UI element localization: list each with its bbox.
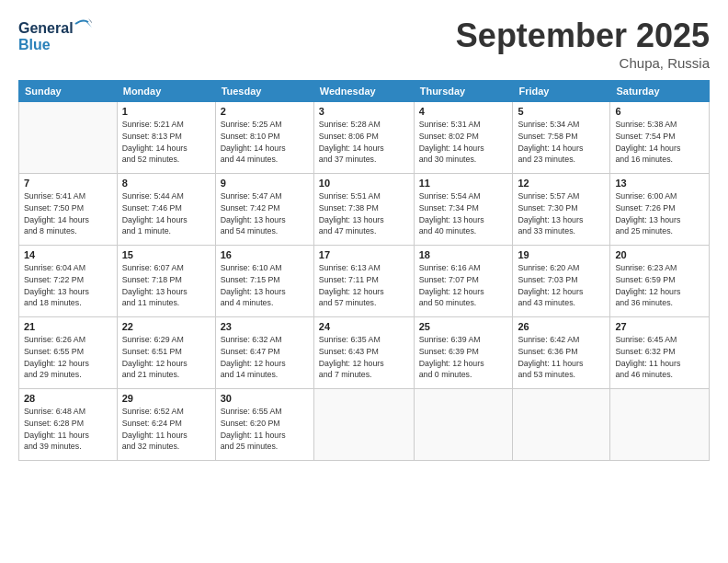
day-info: Sunrise: 5:21 AM Sunset: 8:13 PM Dayligh… bbox=[122, 119, 210, 166]
calendar-cell: 21Sunrise: 6:26 AM Sunset: 6:55 PM Dayli… bbox=[19, 317, 118, 389]
day-info: Sunrise: 6:55 AM Sunset: 6:20 PM Dayligh… bbox=[221, 406, 309, 453]
day-info: Sunrise: 5:44 AM Sunset: 7:46 PM Dayligh… bbox=[122, 190, 210, 237]
day-info: Sunrise: 6:16 AM Sunset: 7:07 PM Dayligh… bbox=[419, 262, 508, 309]
calendar-cell: 9Sunrise: 5:47 AM Sunset: 7:42 PM Daylig… bbox=[215, 174, 313, 246]
weekday-header-saturday: Saturday bbox=[610, 81, 710, 102]
day-number: 5 bbox=[518, 106, 605, 117]
calendar-cell: 4Sunrise: 5:31 AM Sunset: 8:02 PM Daylig… bbox=[414, 102, 513, 174]
day-number: 16 bbox=[221, 249, 309, 260]
calendar-cell: 2Sunrise: 5:25 AM Sunset: 8:10 PM Daylig… bbox=[215, 102, 313, 174]
day-number: 7 bbox=[24, 178, 112, 189]
calendar-cell: 11Sunrise: 5:54 AM Sunset: 7:34 PM Dayli… bbox=[414, 174, 513, 246]
day-number: 9 bbox=[221, 178, 309, 189]
calendar-cell bbox=[414, 389, 513, 461]
day-number: 19 bbox=[518, 249, 605, 260]
calendar-week-4: 21Sunrise: 6:26 AM Sunset: 6:55 PM Dayli… bbox=[19, 317, 710, 389]
calendar-cell: 14Sunrise: 6:04 AM Sunset: 7:22 PM Dayli… bbox=[19, 246, 118, 317]
day-number: 13 bbox=[615, 178, 704, 189]
calendar-week-2: 7Sunrise: 5:41 AM Sunset: 7:50 PM Daylig… bbox=[19, 174, 710, 246]
day-info: Sunrise: 5:47 AM Sunset: 7:42 PM Dayligh… bbox=[221, 190, 309, 237]
day-number: 10 bbox=[319, 178, 409, 189]
day-info: Sunrise: 6:10 AM Sunset: 7:15 PM Dayligh… bbox=[221, 262, 309, 309]
day-number: 3 bbox=[319, 106, 409, 117]
calendar-cell bbox=[19, 102, 118, 174]
day-info: Sunrise: 6:04 AM Sunset: 7:22 PM Dayligh… bbox=[24, 262, 112, 309]
day-number: 24 bbox=[319, 321, 409, 332]
calendar-cell: 23Sunrise: 6:32 AM Sunset: 6:47 PM Dayli… bbox=[215, 317, 313, 389]
calendar-cell: 29Sunrise: 6:52 AM Sunset: 6:24 PM Dayli… bbox=[117, 389, 215, 461]
logo-svg: General Blue bbox=[18, 17, 92, 58]
day-number: 2 bbox=[221, 106, 309, 117]
day-number: 23 bbox=[221, 321, 309, 332]
day-number: 26 bbox=[518, 321, 605, 332]
calendar-cell bbox=[610, 389, 710, 461]
calendar-cell: 20Sunrise: 6:23 AM Sunset: 6:59 PM Dayli… bbox=[610, 246, 710, 317]
calendar-cell: 26Sunrise: 6:42 AM Sunset: 6:36 PM Dayli… bbox=[513, 317, 610, 389]
day-info: Sunrise: 6:26 AM Sunset: 6:55 PM Dayligh… bbox=[24, 334, 112, 381]
day-info: Sunrise: 6:32 AM Sunset: 6:47 PM Dayligh… bbox=[221, 334, 309, 381]
title-block: September 2025 Chupa, Russia bbox=[456, 17, 710, 71]
svg-text:General: General bbox=[18, 20, 74, 36]
day-info: Sunrise: 5:31 AM Sunset: 8:02 PM Dayligh… bbox=[419, 119, 508, 166]
day-number: 28 bbox=[24, 393, 112, 404]
weekday-header-thursday: Thursday bbox=[414, 81, 513, 102]
day-number: 11 bbox=[419, 178, 508, 189]
calendar-cell: 1Sunrise: 5:21 AM Sunset: 8:13 PM Daylig… bbox=[117, 102, 215, 174]
calendar-cell: 12Sunrise: 5:57 AM Sunset: 7:30 PM Dayli… bbox=[513, 174, 610, 246]
day-info: Sunrise: 6:13 AM Sunset: 7:11 PM Dayligh… bbox=[319, 262, 409, 309]
calendar-cell: 15Sunrise: 6:07 AM Sunset: 7:18 PM Dayli… bbox=[117, 246, 215, 317]
day-number: 15 bbox=[122, 249, 210, 260]
calendar-cell: 10Sunrise: 5:51 AM Sunset: 7:38 PM Dayli… bbox=[313, 174, 414, 246]
calendar-week-1: 1Sunrise: 5:21 AM Sunset: 8:13 PM Daylig… bbox=[19, 102, 710, 174]
day-info: Sunrise: 6:48 AM Sunset: 6:28 PM Dayligh… bbox=[24, 406, 112, 453]
day-number: 17 bbox=[319, 249, 409, 260]
weekday-header-sunday: Sunday bbox=[19, 81, 118, 102]
day-info: Sunrise: 5:38 AM Sunset: 7:54 PM Dayligh… bbox=[615, 119, 704, 166]
calendar-cell: 7Sunrise: 5:41 AM Sunset: 7:50 PM Daylig… bbox=[19, 174, 118, 246]
page: General Blue September 2025 Chupa, Russi… bbox=[0, 0, 728, 563]
day-number: 14 bbox=[24, 249, 112, 260]
day-number: 22 bbox=[122, 321, 210, 332]
calendar-cell: 18Sunrise: 6:16 AM Sunset: 7:07 PM Dayli… bbox=[414, 246, 513, 317]
day-info: Sunrise: 5:25 AM Sunset: 8:10 PM Dayligh… bbox=[221, 119, 309, 166]
day-info: Sunrise: 5:54 AM Sunset: 7:34 PM Dayligh… bbox=[419, 190, 508, 237]
day-info: Sunrise: 6:39 AM Sunset: 6:39 PM Dayligh… bbox=[419, 334, 508, 381]
calendar-week-5: 28Sunrise: 6:48 AM Sunset: 6:28 PM Dayli… bbox=[19, 389, 710, 461]
weekday-header-wednesday: Wednesday bbox=[313, 81, 414, 102]
day-info: Sunrise: 6:00 AM Sunset: 7:26 PM Dayligh… bbox=[615, 190, 704, 237]
calendar-cell: 3Sunrise: 5:28 AM Sunset: 8:06 PM Daylig… bbox=[313, 102, 414, 174]
calendar-cell: 19Sunrise: 6:20 AM Sunset: 7:03 PM Dayli… bbox=[513, 246, 610, 317]
calendar-header-row: SundayMondayTuesdayWednesdayThursdayFrid… bbox=[19, 81, 710, 102]
month-title: September 2025 bbox=[456, 17, 710, 55]
day-info: Sunrise: 6:35 AM Sunset: 6:43 PM Dayligh… bbox=[319, 334, 409, 381]
calendar-cell: 27Sunrise: 6:45 AM Sunset: 6:32 PM Dayli… bbox=[610, 317, 710, 389]
header: General Blue September 2025 Chupa, Russi… bbox=[18, 17, 710, 71]
calendar-cell: 16Sunrise: 6:10 AM Sunset: 7:15 PM Dayli… bbox=[215, 246, 313, 317]
day-info: Sunrise: 6:20 AM Sunset: 7:03 PM Dayligh… bbox=[518, 262, 605, 309]
calendar-cell bbox=[313, 389, 414, 461]
day-info: Sunrise: 6:45 AM Sunset: 6:32 PM Dayligh… bbox=[615, 334, 704, 381]
calendar-week-3: 14Sunrise: 6:04 AM Sunset: 7:22 PM Dayli… bbox=[19, 246, 710, 317]
day-number: 6 bbox=[615, 106, 704, 117]
weekday-header-friday: Friday bbox=[513, 81, 610, 102]
calendar-cell: 28Sunrise: 6:48 AM Sunset: 6:28 PM Dayli… bbox=[19, 389, 118, 461]
day-number: 30 bbox=[221, 393, 309, 404]
day-info: Sunrise: 6:23 AM Sunset: 6:59 PM Dayligh… bbox=[615, 262, 704, 309]
calendar-cell: 13Sunrise: 6:00 AM Sunset: 7:26 PM Dayli… bbox=[610, 174, 710, 246]
day-number: 25 bbox=[419, 321, 508, 332]
calendar-cell: 24Sunrise: 6:35 AM Sunset: 6:43 PM Dayli… bbox=[313, 317, 414, 389]
day-number: 29 bbox=[122, 393, 210, 404]
day-number: 20 bbox=[615, 249, 704, 260]
calendar-cell: 8Sunrise: 5:44 AM Sunset: 7:46 PM Daylig… bbox=[117, 174, 215, 246]
day-info: Sunrise: 5:51 AM Sunset: 7:38 PM Dayligh… bbox=[319, 190, 409, 237]
calendar-cell bbox=[513, 389, 610, 461]
calendar-cell: 25Sunrise: 6:39 AM Sunset: 6:39 PM Dayli… bbox=[414, 317, 513, 389]
day-info: Sunrise: 5:28 AM Sunset: 8:06 PM Dayligh… bbox=[319, 119, 409, 166]
day-number: 8 bbox=[122, 178, 210, 189]
day-info: Sunrise: 5:57 AM Sunset: 7:30 PM Dayligh… bbox=[518, 190, 605, 237]
calendar-cell: 17Sunrise: 6:13 AM Sunset: 7:11 PM Dayli… bbox=[313, 246, 414, 317]
day-info: Sunrise: 6:42 AM Sunset: 6:36 PM Dayligh… bbox=[518, 334, 605, 381]
calendar-cell: 22Sunrise: 6:29 AM Sunset: 6:51 PM Dayli… bbox=[117, 317, 215, 389]
day-number: 4 bbox=[419, 106, 508, 117]
day-number: 1 bbox=[122, 106, 210, 117]
